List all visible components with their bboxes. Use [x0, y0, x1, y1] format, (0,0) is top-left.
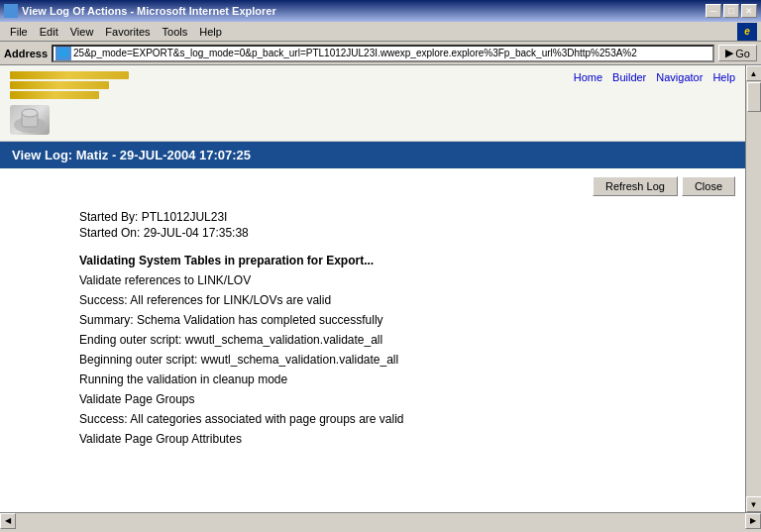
started-on-value: 29-JUL-04 17:35:38: [144, 226, 249, 240]
ie-title-icon: [4, 4, 18, 18]
view-log-title: View Log: Matiz - 29-JUL-2004 17:07:25: [0, 142, 745, 168]
address-url: 25&p_mode=EXPORT&s_log_mode=0&p_back_url…: [73, 48, 637, 58]
logo-line-2: [10, 81, 109, 89]
started-by: Started By: PTL1012JUL23I: [79, 210, 725, 224]
menu-view[interactable]: View: [64, 24, 100, 40]
log-entry-3: Summary: Schema Validation has completed…: [79, 311, 725, 329]
address-icon: 🌐: [55, 46, 71, 61]
title-bar: View Log Of Actions - Microsoft Internet…: [0, 0, 761, 22]
log-entry-9: Validate Page Group Attributes: [79, 430, 725, 448]
log-entry-8: Success: All categories associated with …: [79, 410, 725, 428]
log-content: Started By: PTL1012JUL23I Started On: 29…: [0, 204, 745, 460]
log-entry-7: Validate Page Groups: [79, 390, 725, 408]
main-area: Home Builder Navigator Help View Log: Ma…: [0, 65, 761, 512]
page-title: View Log: Matiz - 29-JUL-2004 17:07:25: [12, 148, 251, 162]
started-by-value: PTL1012JUL23I: [142, 210, 228, 224]
content-area: Home Builder Navigator Help View Log: Ma…: [0, 65, 745, 512]
maximize-button[interactable]: □: [723, 4, 739, 18]
scroll-thumb[interactable]: [747, 82, 761, 112]
menu-bar: File Edit View Favorites Tools Help e: [0, 22, 761, 42]
menu-file[interactable]: File: [4, 24, 34, 40]
refresh-log-button[interactable]: Refresh Log: [593, 176, 678, 196]
h-scroll-track[interactable]: [16, 513, 745, 529]
status-bar: Done 🏠 Local intranet: [0, 528, 761, 532]
go-button[interactable]: ▶ Go: [718, 45, 757, 61]
log-entry-1: Validate references to LINK/LOV: [79, 271, 725, 289]
nav-help[interactable]: Help: [712, 71, 735, 83]
go-arrow-icon: ▶: [725, 47, 733, 59]
logo-line-3: [10, 91, 99, 99]
scroll-down-button[interactable]: ▼: [746, 496, 762, 512]
nav-navigator[interactable]: Navigator: [656, 71, 703, 83]
started-by-label: Started By:: [79, 210, 138, 224]
go-label: Go: [735, 48, 750, 59]
nav-home[interactable]: Home: [574, 71, 602, 83]
logo-icon-area: [10, 105, 129, 135]
scroll-right-button[interactable]: ▶: [745, 513, 761, 529]
log-meta: Started By: PTL1012JUL23I Started On: 29…: [79, 210, 725, 240]
horizontal-scrollbar[interactable]: ◀ ▶: [0, 512, 761, 528]
menu-tools[interactable]: Tools: [157, 24, 194, 40]
buttons-area: Refresh Log Close: [0, 168, 745, 204]
address-input-container[interactable]: 🌐 25&p_mode=EXPORT&s_log_mode=0&p_back_u…: [52, 45, 714, 62]
log-entry-2: Success: All references for LINK/LOVs ar…: [79, 291, 725, 309]
address-label: Address: [4, 48, 48, 59]
menu-help[interactable]: Help: [193, 24, 228, 40]
vertical-scrollbar[interactable]: ▲ ▼: [745, 65, 761, 512]
close-button[interactable]: ✕: [741, 4, 757, 18]
title-bar-text: View Log Of Actions - Microsoft Internet…: [4, 4, 276, 18]
log-entry-6: Running the validation in cleanup mode: [79, 371, 725, 388]
close-button[interactable]: Close: [682, 176, 735, 196]
logo-line-1: [10, 71, 129, 79]
log-entry-4: Ending outer script: wwutl_schema_valida…: [79, 331, 725, 349]
nav-builder[interactable]: Builder: [612, 71, 646, 83]
started-on-label: Started On:: [79, 226, 140, 240]
logo-icon: [10, 105, 50, 135]
header-nav: Home Builder Navigator Help: [574, 71, 735, 83]
log-entry-5: Beginning outer script: wwutl_schema_val…: [79, 351, 725, 369]
scroll-track[interactable]: [746, 81, 762, 496]
window-controls: ─ □ ✕: [706, 4, 757, 18]
header-banner: Home Builder Navigator Help: [0, 65, 745, 142]
window-title: View Log Of Actions - Microsoft Internet…: [22, 5, 276, 17]
menu-edit[interactable]: Edit: [34, 24, 64, 40]
ie-logo: e: [737, 23, 757, 41]
scroll-up-button[interactable]: ▲: [746, 65, 762, 81]
log-entry-0: Validating System Tables in preparation …: [79, 252, 725, 269]
header-logo: [10, 71, 129, 135]
scroll-left-button[interactable]: ◀: [0, 513, 16, 529]
started-on: Started On: 29-JUL-04 17:35:38: [79, 226, 725, 240]
address-bar: Address 🌐 25&p_mode=EXPORT&s_log_mode=0&…: [0, 42, 761, 65]
menu-favorites[interactable]: Favorites: [99, 24, 156, 40]
svg-point-2: [22, 109, 38, 117]
minimize-button[interactable]: ─: [706, 4, 721, 18]
log-body: Validating System Tables in preparation …: [79, 252, 725, 448]
